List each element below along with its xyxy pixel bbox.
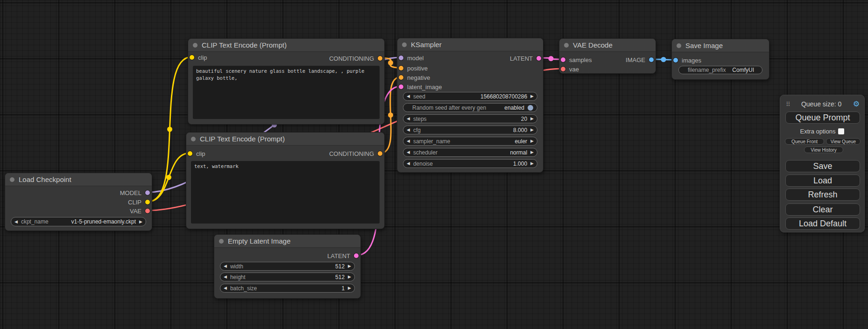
node-title-bar[interactable]: VAE Decode [559,39,656,52]
decrement-arrow-icon[interactable]: ◀ [14,220,18,224]
node-title-bar[interactable]: CLIP Text Encode (Prompt) [188,39,384,52]
widget-sampler_name[interactable]: ◀sampler_nameeuler▶ [403,137,537,146]
increment-arrow-icon[interactable]: ▶ [530,128,534,132]
output-label: CONDITIONING [329,150,374,157]
prompt-textarea[interactable]: beautiful scenery nature glass bottle la… [193,66,380,119]
save-button[interactable]: Save [785,160,860,172]
link-dot-latent-to-vaedecode[interactable] [549,56,554,61]
port-input-negative-icon[interactable] [399,75,403,80]
node-title-bar[interactable]: Load Checkpoint [5,173,152,186]
collapse-toggle-icon[interactable] [677,43,681,48]
widget-ckpt_name[interactable]: ◀ckpt_namev1-5-pruned-emaonly.ckpt▶ [11,217,146,226]
widget-batch_size[interactable]: ◀batch_size1▶ [220,284,355,293]
increment-arrow-icon[interactable]: ▶ [530,139,534,143]
port-output-latent-icon[interactable] [536,56,541,61]
node-empty-latent-image[interactable]: Empty Latent ImageLATENT◀width512▶◀heigh… [214,234,361,299]
increment-arrow-icon[interactable]: ▶ [348,264,351,268]
decrement-arrow-icon[interactable]: ◀ [224,286,227,290]
queue-front-button[interactable]: Queue Front [785,138,824,145]
node-title-bar[interactable]: CLIP Text Encode (Prompt) [186,133,384,146]
collapse-toggle-icon[interactable] [564,43,569,48]
widget-cfg[interactable]: ◀cfg8.000▶ [403,126,537,134]
view-queue-button[interactable]: View Queue [826,138,861,145]
increment-arrow-icon[interactable]: ▶ [348,286,351,290]
node-clip-text-encode-positive[interactable]: CLIP Text Encode (Prompt)clipCONDITIONIN… [188,38,385,125]
widget-label: cfg [413,127,421,133]
node-load-checkpoint[interactable]: Load CheckpointMODELCLIPVAE◀ckpt_namev1-… [5,173,152,231]
increment-arrow-icon[interactable]: ▶ [348,275,351,279]
port-input-vae-icon[interactable] [561,67,565,71]
collapse-toggle-icon[interactable] [191,137,196,141]
port-input-positive-icon[interactable] [399,66,403,70]
widget-height[interactable]: ◀height512▶ [220,273,355,281]
link-dot-clip-to-positive-encode[interactable] [167,127,172,132]
node-save-image[interactable]: Save Imageimagesfilename_prefixComfyUI [671,39,769,80]
clear-button[interactable]: Clear [785,203,860,216]
widget-Random seed after every gen[interactable]: Random seed after every genenabled [403,103,537,112]
port-output-model-icon[interactable] [145,190,150,195]
collapse-toggle-icon[interactable] [193,43,198,48]
node-title-bar[interactable]: Save Image [672,39,769,52]
widget-seed[interactable]: ◀seed156680208700286▶ [403,92,537,101]
port-output-conditioning-icon[interactable] [378,56,382,61]
widget-denoise[interactable]: ◀denoise1.000▶ [403,159,537,168]
port-output-vae-icon[interactable] [145,209,150,213]
decrement-arrow-icon[interactable]: ◀ [407,128,410,132]
widget-steps[interactable]: ◀steps20▶ [403,114,537,123]
widget-width[interactable]: ◀width512▶ [220,262,355,271]
node-ksampler[interactable]: KSamplermodelpositivenegativelatent_imag… [397,38,543,173]
queue-prompt-button[interactable]: Queue Prompt [785,112,860,124]
node-title: Empty Latent Image [228,237,290,245]
decrement-arrow-icon[interactable]: ◀ [407,150,410,154]
node-title: Load Checkpoint [19,175,71,183]
port-input-clip-icon[interactable] [190,55,194,60]
link-dot-clip-to-negative-encode[interactable] [166,175,171,180]
settings-gear-icon[interactable]: ⚙ [853,100,860,108]
decrement-arrow-icon[interactable]: ◀ [407,161,410,166]
port-output-clip-icon[interactable] [145,200,150,204]
decrement-arrow-icon[interactable]: ◀ [407,94,410,98]
toggle-indicator-icon[interactable] [528,105,533,111]
decrement-arrow-icon[interactable]: ◀ [224,264,227,268]
collapse-toggle-icon[interactable] [219,239,224,244]
widget-label: scheduler [413,149,438,156]
link-dot-positive-conditioning[interactable] [388,60,393,65]
widget-filename_prefix[interactable]: filename_prefixComfyUI [678,66,762,74]
port-input-images-icon[interactable] [673,58,678,63]
increment-arrow-icon[interactable]: ▶ [530,161,534,166]
queue-panel[interactable]: ⠿ Queue size: 0 ⚙ Queue Prompt Extra opt… [780,95,865,232]
input-slot-positive: positive [399,64,428,72]
collapse-toggle-icon[interactable] [10,177,14,182]
view-history-button[interactable]: View History [804,147,843,153]
port-input-clip-icon[interactable] [188,151,192,156]
link-dot-image-to-saveimage[interactable] [661,57,666,62]
port-output-conditioning-icon[interactable] [378,151,382,156]
extra-options-checkbox[interactable] [838,128,844,134]
link-dot-negative-conditioning[interactable] [388,112,393,118]
collapse-toggle-icon[interactable] [402,42,407,47]
node-title-bar[interactable]: KSampler [397,38,543,51]
node-clip-text-encode-negative[interactable]: CLIP Text Encode (Prompt)clipCONDITIONIN… [186,132,385,229]
port-output-image-icon[interactable] [649,57,654,62]
refresh-button[interactable]: Refresh [785,189,860,201]
node-vae-decode[interactable]: VAE DecodesamplesvaeIMAGE [559,38,656,74]
load-default-button[interactable]: Load Default [785,217,860,230]
comfyui-canvas[interactable]: Load CheckpointMODELCLIPVAE◀ckpt_namev1-… [0,0,868,329]
decrement-arrow-icon[interactable]: ◀ [407,117,410,121]
decrement-arrow-icon[interactable]: ◀ [407,139,410,143]
decrement-arrow-icon[interactable]: ◀ [224,275,227,279]
port-input-model-icon[interactable] [399,56,403,60]
increment-arrow-icon[interactable]: ▶ [530,94,534,98]
increment-arrow-icon[interactable]: ▶ [139,220,142,224]
input-slot-latent_image: latent_image [399,83,442,91]
increment-arrow-icon[interactable]: ▶ [530,117,534,121]
node-title-bar[interactable]: Empty Latent Image [214,235,360,248]
load-button[interactable]: Load [785,175,860,187]
port-input-latent_image-icon[interactable] [399,84,403,89]
widget-scheduler[interactable]: ◀schedulernormal▶ [403,148,537,157]
increment-arrow-icon[interactable]: ▶ [530,150,534,154]
port-output-latent-icon[interactable] [354,253,359,258]
prompt-textarea[interactable]: text, watermark [191,161,380,224]
drag-handle-icon[interactable]: ⠿ [786,101,790,108]
port-input-samples-icon[interactable] [561,57,565,62]
